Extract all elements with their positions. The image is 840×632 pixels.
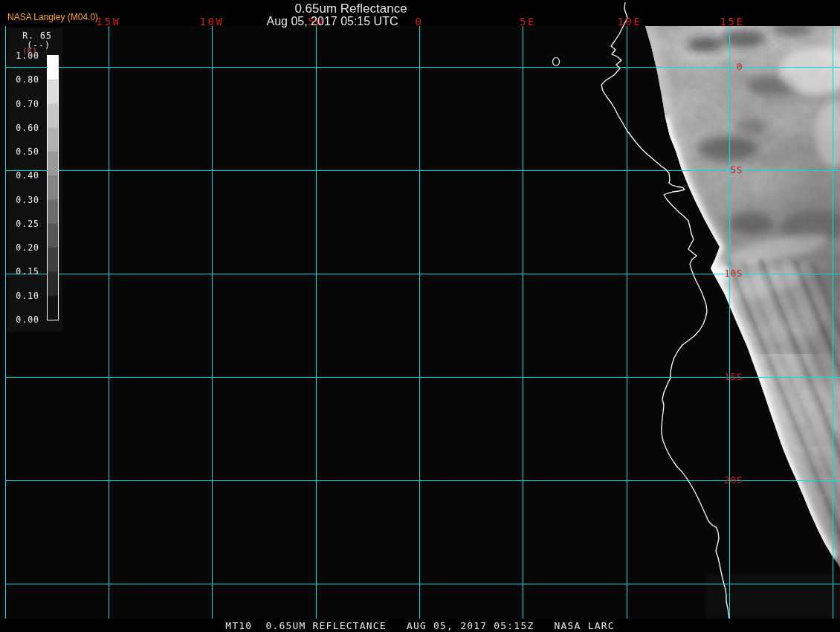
longitude-label: 10E	[618, 16, 642, 28]
colorbar-value: 0.20	[16, 242, 39, 253]
longitude-label: 15E	[720, 16, 745, 28]
latitude-label: 0	[737, 61, 743, 72]
source-label: NASA Langley (M04.0)	[7, 12, 98, 22]
colorbar-value: 0.00	[16, 315, 39, 325]
colorbar-swatch	[48, 152, 58, 176]
product-title: 0.65um Reflectance	[294, 1, 407, 16]
colorbar-value: 0.25	[16, 219, 39, 229]
latitude-label: 20S	[724, 474, 743, 486]
latitude-label: 15S	[724, 371, 743, 382]
colorbar-swatch	[48, 224, 58, 248]
longitude-label: 0	[416, 16, 424, 28]
colorbar-value: 0.60	[16, 123, 39, 133]
colorbar-swatch	[48, 104, 58, 129]
colorbar-swatches	[48, 56, 58, 320]
colorbar-value: 0.30	[16, 195, 39, 205]
colorbar-value: 0.10	[16, 291, 39, 301]
longitude-label: 15W	[97, 16, 121, 28]
colorbar-swatch	[48, 175, 58, 200]
colorbar-title: R. 65	[22, 30, 52, 41]
latitude-label: 5S	[730, 164, 743, 175]
longitude-label: 5E	[520, 16, 536, 28]
colorbar-swatch	[48, 296, 58, 320]
colorbar-value: 0.70	[16, 99, 39, 109]
longitude-label: 10W	[200, 16, 224, 28]
colorbar-unit: (K)	[22, 46, 37, 56]
colorbar-swatch	[48, 80, 58, 104]
satellite-map: 15W10W5W05E10E15E 05S10S15S20S 1.000.800…	[0, 0, 840, 632]
colorbar-value: 0.50	[16, 146, 39, 157]
colorbar-swatch	[48, 128, 58, 152]
colorbar-swatch	[48, 248, 58, 272]
colorbar-value: 0.40	[16, 170, 39, 181]
colorbar-value: 0.15	[16, 266, 39, 277]
colorbar-swatch	[48, 200, 58, 225]
colorbar-value: 0.80	[16, 74, 39, 85]
timestamp: Aug 05, 2017 05:15 UTC	[266, 15, 398, 28]
colorbar-swatch	[48, 56, 58, 80]
colorbar-swatch	[48, 271, 58, 296]
satellite-viewer: 15W10W5W05E10E15E 05S10S15S20S 1.000.800…	[0, 0, 840, 632]
latitude-label: 10S	[724, 268, 743, 279]
footer-product-line: MT10 0.65UM REFLECTANCE AUG 05, 2017 05:…	[225, 620, 615, 631]
